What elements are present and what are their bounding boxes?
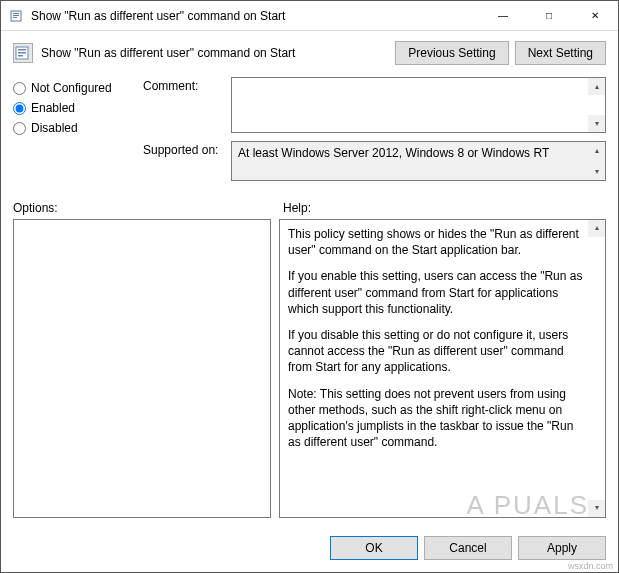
radio-not-configured-input[interactable]: [13, 82, 26, 95]
supported-on-label: Supported on:: [143, 141, 223, 181]
nav-buttons: Previous Setting Next Setting: [395, 41, 606, 65]
button-bar: OK Cancel Apply: [1, 526, 618, 572]
supported-area: Supported on: At least Windows Server 20…: [143, 141, 606, 181]
radio-not-configured-label: Not Configured: [31, 81, 112, 95]
svg-rect-6: [18, 52, 26, 54]
svg-rect-5: [18, 49, 26, 51]
scroll-up-icon[interactable]: ▴: [588, 78, 605, 95]
policy-large-icon: [13, 43, 33, 63]
radio-enabled-label: Enabled: [31, 101, 75, 115]
policy-icon: [9, 8, 25, 24]
minimize-button[interactable]: —: [480, 1, 526, 30]
radio-disabled-input[interactable]: [13, 122, 26, 135]
policy-title: Show "Run as different user" command on …: [41, 46, 387, 60]
help-paragraph: This policy setting shows or hides the "…: [288, 226, 583, 258]
help-label: Help:: [283, 201, 311, 215]
svg-rect-7: [18, 55, 23, 57]
scroll-down-icon[interactable]: ▾: [588, 500, 605, 517]
ok-button[interactable]: OK: [330, 536, 418, 560]
options-label: Options:: [13, 201, 283, 215]
help-paragraph: If you enable this setting, users can ac…: [288, 268, 583, 317]
comment-box[interactable]: ▴ ▾: [231, 77, 606, 133]
radio-enabled-input[interactable]: [13, 102, 26, 115]
section-labels: Options: Help:: [1, 187, 618, 219]
comment-value: [232, 78, 605, 86]
radio-disabled-label: Disabled: [31, 121, 78, 135]
help-pane[interactable]: This policy setting shows or hides the "…: [279, 219, 606, 518]
scroll-down-icon[interactable]: ▾: [588, 163, 605, 180]
close-button[interactable]: ✕: [572, 1, 618, 30]
previous-setting-button[interactable]: Previous Setting: [395, 41, 508, 65]
help-paragraph: Note: This setting does not prevent user…: [288, 386, 583, 451]
cancel-button[interactable]: Cancel: [424, 536, 512, 560]
window-title: Show "Run as different user" command on …: [31, 9, 480, 23]
scroll-up-icon[interactable]: ▴: [588, 220, 605, 237]
radio-disabled[interactable]: Disabled: [13, 121, 133, 135]
config-right: Comment: ▴ ▾ Supported on: At least Wind…: [143, 77, 606, 181]
header-row: Show "Run as different user" command on …: [1, 31, 618, 71]
titlebar: Show "Run as different user" command on …: [1, 1, 618, 31]
svg-rect-2: [13, 15, 19, 16]
dialog-window: Show "Run as different user" command on …: [0, 0, 619, 573]
comment-label: Comment:: [143, 77, 223, 133]
maximize-button[interactable]: □: [526, 1, 572, 30]
apply-button[interactable]: Apply: [518, 536, 606, 560]
radio-enabled[interactable]: Enabled: [13, 101, 133, 115]
scroll-up-icon[interactable]: ▴: [588, 142, 605, 159]
svg-rect-3: [13, 17, 17, 18]
help-paragraph: If you disable this setting or do not co…: [288, 327, 583, 376]
window-controls: — □ ✕: [480, 1, 618, 30]
next-setting-button[interactable]: Next Setting: [515, 41, 606, 65]
state-radios: Not Configured Enabled Disabled: [13, 77, 133, 181]
radio-not-configured[interactable]: Not Configured: [13, 81, 133, 95]
supported-on-box: At least Windows Server 2012, Windows 8 …: [231, 141, 606, 181]
svg-rect-1: [13, 13, 19, 14]
options-pane[interactable]: [13, 219, 271, 518]
supported-on-value: At least Windows Server 2012, Windows 8 …: [232, 142, 605, 164]
source-label: wsxdn.com: [568, 561, 613, 571]
config-row: Not Configured Enabled Disabled Comment:…: [1, 71, 618, 187]
scroll-down-icon[interactable]: ▾: [588, 115, 605, 132]
panes-row: This policy setting shows or hides the "…: [1, 219, 618, 526]
comment-area: Comment: ▴ ▾: [143, 77, 606, 133]
